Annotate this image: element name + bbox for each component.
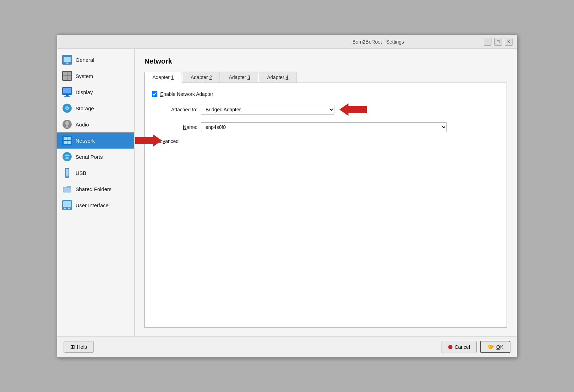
minimize-button[interactable]: ─: [484, 38, 491, 46]
window-title: Born2BeRoot - Settings: [273, 39, 484, 45]
svg-rect-26: [66, 169, 69, 176]
sidebar-item-userif[interactable]: User Interface: [57, 197, 134, 213]
close-button[interactable]: ✕: [505, 38, 513, 46]
sidebar-label-storage: Storage: [76, 105, 94, 111]
sidebar-label-display: Display: [76, 89, 93, 95]
advanced-triangle-icon: ▶: [152, 139, 155, 144]
userif-icon: [62, 200, 72, 210]
name-label: Name:: [152, 124, 197, 130]
cancel-button[interactable]: Cancel: [442, 341, 477, 353]
titlebar: Born2BeRoot - Settings ─ □ ✕: [57, 35, 517, 49]
cancel-dot-icon: [448, 345, 452, 349]
attached-label: Attached to:: [152, 107, 197, 112]
svg-point-14: [66, 107, 68, 109]
sidebar-label-audio: Audio: [76, 122, 89, 128]
attached-row: Attached to: Bridged Adapter NAT Host-on…: [152, 103, 500, 116]
tab-adapter1[interactable]: Adapter 1: [144, 72, 182, 83]
svg-rect-6: [63, 76, 67, 80]
svg-rect-11: [64, 96, 70, 97]
svg-rect-31: [64, 208, 66, 209]
svg-rect-30: [63, 201, 71, 207]
name-row: Name: enp4s0f0: [152, 122, 500, 132]
enable-row: Enable Network Adapter: [152, 91, 500, 97]
system-icon: [62, 71, 72, 81]
svg-rect-1: [64, 57, 71, 62]
sidebar-label-serial: Serial Ports: [76, 154, 103, 160]
tab-bar: Adapter 1 Adapter 2 Adapter 3 Adapter 4: [144, 72, 507, 83]
serial-icon: [62, 152, 72, 162]
footer-right-buttons: Cancel 🤝 OK: [442, 341, 510, 353]
content-area: General System Displa: [57, 49, 517, 336]
sidebar-label-usb: USB: [76, 170, 86, 176]
settings-window: Born2BeRoot - Settings ─ □ ✕ General: [57, 34, 517, 358]
svg-rect-27: [66, 176, 68, 177]
svg-rect-9: [63, 88, 71, 93]
footer: ⊞ Help Cancel 🤝 OK: [57, 336, 517, 357]
sidebar-item-usb[interactable]: USB: [57, 165, 134, 181]
tab-adapter2[interactable]: Adapter 2: [183, 72, 220, 83]
name-select[interactable]: enp4s0f0: [201, 122, 447, 132]
sidebar-item-network[interactable]: Network: [57, 132, 134, 149]
svg-rect-20: [64, 137, 67, 140]
page-title: Network: [144, 57, 507, 65]
svg-point-16: [65, 121, 69, 126]
help-button[interactable]: ⊞ Help: [64, 341, 94, 353]
sidebar-item-system[interactable]: System: [57, 68, 134, 84]
sidebar-label-network: Network: [76, 138, 95, 144]
help-icon: ⊞: [70, 344, 75, 350]
svg-rect-2: [66, 63, 69, 64]
storage-icon: [62, 103, 72, 113]
tab-adapter3[interactable]: Adapter 3: [221, 72, 258, 83]
advanced-label: Advanced: [157, 138, 178, 144]
svg-rect-5: [67, 72, 71, 76]
svg-rect-7: [67, 76, 71, 80]
attached-arrow: [339, 103, 367, 116]
ok-label: OK: [496, 344, 503, 350]
sidebar: General System Displa: [57, 49, 135, 336]
display-icon: [62, 87, 72, 97]
svg-rect-4: [63, 72, 67, 76]
enable-network-label[interactable]: Enable Network Adapter: [160, 91, 213, 97]
main-panel: Network Adapter 1 Adapter 2 Adapter 3 Ad…: [135, 49, 517, 336]
svg-point-24: [63, 152, 72, 161]
sidebar-item-display[interactable]: Display: [57, 84, 134, 100]
audio-icon: [62, 119, 72, 129]
attached-to-select[interactable]: Bridged Adapter NAT Host-only Adapter In…: [201, 105, 334, 115]
enable-underline: E: [160, 91, 163, 97]
ok-button[interactable]: 🤝 OK: [480, 341, 510, 353]
help-label: Help: [77, 344, 87, 350]
sidebar-item-general[interactable]: General: [57, 52, 134, 68]
tab-content: Enable Network Adapter Attached to: Brid…: [144, 83, 507, 328]
attached-select-wrapper: Bridged Adapter NAT Host-only Adapter In…: [201, 103, 367, 116]
svg-rect-32: [68, 208, 70, 209]
window-controls: ─ □ ✕: [484, 38, 513, 46]
tab-adapter4[interactable]: Adapter 4: [259, 72, 296, 83]
sidebar-label-general: General: [76, 57, 94, 63]
sidebar-item-shared[interactable]: Shared Folders: [57, 181, 134, 197]
cancel-label: Cancel: [455, 344, 470, 350]
svg-rect-19: [62, 136, 72, 145]
svg-rect-28: [64, 188, 71, 192]
network-icon: [62, 136, 72, 145]
sidebar-item-serial[interactable]: Serial Ports: [57, 149, 134, 165]
sidebar-item-storage[interactable]: Storage: [57, 100, 134, 116]
enable-network-checkbox[interactable]: [152, 91, 157, 97]
usb-icon: [62, 168, 72, 178]
sidebar-item-audio[interactable]: Audio: [57, 116, 134, 132]
shared-icon: [62, 184, 72, 194]
svg-rect-22: [64, 141, 67, 144]
sidebar-label-system: System: [76, 73, 93, 79]
advanced-row[interactable]: ▶ Advanced: [152, 138, 500, 144]
svg-rect-18: [65, 127, 69, 128]
ok-icon: 🤝: [487, 344, 494, 350]
sidebar-label-userif: User Interface: [76, 202, 109, 208]
general-icon: [62, 55, 72, 65]
sidebar-label-shared: Shared Folders: [76, 186, 112, 192]
svg-rect-23: [67, 141, 71, 144]
svg-rect-21: [67, 137, 71, 140]
maximize-button[interactable]: □: [494, 38, 502, 46]
